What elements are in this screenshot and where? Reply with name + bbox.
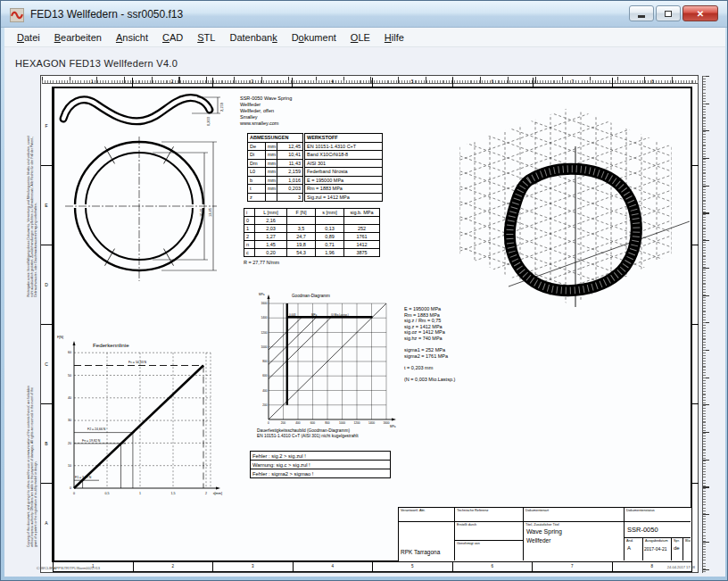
svg-text:30: 30 xyxy=(68,419,71,422)
kennlinie-title: Federkennlinie xyxy=(93,342,129,348)
copyright-note-german: Weitergabe sowie Vervielfältigung dieses… xyxy=(28,131,38,297)
minimize-button[interactable] xyxy=(629,5,654,21)
titlebar[interactable]: FED13 Wellfedern - ssr0050.f13 ✕ xyxy=(1,1,728,28)
svg-text:40: 40 xyxy=(68,396,71,400)
goodman-x-unit: MPa xyxy=(390,425,396,428)
menu-datei[interactable]: Datei xyxy=(10,30,47,45)
svg-text:400: 400 xyxy=(295,421,301,425)
svg-text:1000: 1000 xyxy=(339,421,345,425)
sheet-zones-top: 12345678 xyxy=(53,78,692,87)
error-row: Fehler : sigma2 > sigmao ! xyxy=(250,469,391,478)
app-banner: HEXAGON FED13 Wellfedern V4.0 xyxy=(15,58,178,69)
template-file-path: C:\WCLIB\APPS\TR\TPL\Norm0022.f13 xyxy=(37,566,100,570)
svg-text:50: 50 xyxy=(68,374,71,378)
vertical-ruler xyxy=(702,76,710,573)
menu-ansicht[interactable]: Ansicht xyxy=(109,30,155,45)
restore-button[interactable] xyxy=(656,5,681,21)
svg-text:1,5: 1,5 xyxy=(171,492,176,495)
window-title: FED13 Wellfedern - ssr0050.f13 xyxy=(30,8,183,21)
svg-text:60: 60 xyxy=(68,351,71,354)
goodman-diagram: 2004006008001000120014001600 02004006008… xyxy=(258,288,405,429)
wave-spring-3d-view xyxy=(424,95,691,318)
annotation-f2: F2 = 24,66 N xyxy=(87,427,106,431)
ring-top-view: 10,41 12,45 xyxy=(63,137,233,288)
svg-text:0: 0 xyxy=(73,492,75,495)
svg-text:600: 600 xyxy=(262,374,268,378)
menu-stl[interactable]: STL xyxy=(190,30,222,45)
svg-text:1400: 1400 xyxy=(368,421,375,425)
menu-ole[interactable]: OLE xyxy=(343,30,377,45)
goodman-captions: Dauerfestigkeitsschaubild (Goodman-Diagr… xyxy=(257,428,359,440)
svg-text:1600: 1600 xyxy=(383,421,389,425)
menu-datenbank[interactable]: Datenbank xyxy=(222,30,284,45)
svg-text:20: 20 xyxy=(68,442,71,445)
app-icon xyxy=(10,8,24,22)
dim-band-thickness: 0,203 xyxy=(206,116,211,126)
spring-characteristic-chart: 0102030405060 00,511,52 F[N] s[mm] Feder… xyxy=(50,329,224,503)
message-box: Fehler : sig.2 > sig.zul ! Warnung: sig.… xyxy=(250,452,391,478)
menubar: Datei Bearbeiten Ansicht CAD STL Datenba… xyxy=(4,28,725,47)
svg-text:800: 800 xyxy=(325,421,330,425)
dim-ring-inner: 10,41 xyxy=(199,207,203,217)
close-button[interactable]: ✕ xyxy=(682,5,718,21)
minimize-icon xyxy=(638,15,645,18)
doc-subtitle: Wellfeder xyxy=(524,535,624,544)
doc-title: Wave Spring xyxy=(524,527,624,535)
load-table: iL [mm]F [N]s [mm]sig.b. MPa 02,16 12,03… xyxy=(244,208,380,257)
doc-number: SSR-0050 xyxy=(625,526,658,534)
menu-dokument[interactable]: Dokument xyxy=(285,30,343,45)
spring-rate: R = 27,77 N/mm xyxy=(244,260,279,265)
svg-text:(0 Mio.Lastsp.): (0 Mio.Lastsp.) xyxy=(331,313,349,317)
svg-text:10: 10 xyxy=(68,464,71,468)
svg-text:1600: 1600 xyxy=(261,302,267,305)
goodman-title: Goodman-Diagramm xyxy=(292,294,330,298)
svg-text:1200: 1200 xyxy=(353,421,360,425)
annotation-fc: Fc = 54,33 N xyxy=(128,361,147,364)
svg-text:1400: 1400 xyxy=(261,316,267,320)
svg-text:1000: 1000 xyxy=(261,345,267,349)
close-icon: ✕ xyxy=(697,9,704,19)
annotation-f1: F1 = 3,47 N xyxy=(75,476,92,479)
kennlinie-xlabel: s[mm] xyxy=(213,492,222,495)
svg-text:2: 2 xyxy=(205,492,207,495)
svg-text:200: 200 xyxy=(262,403,268,407)
company-name: RPK Tarragona xyxy=(399,549,440,560)
menu-bearbeiten[interactable]: Bearbeiten xyxy=(47,30,109,45)
menu-cad[interactable]: CAD xyxy=(155,30,190,45)
dim-band-height: 2,159 xyxy=(219,102,224,112)
kennlinie-ylabel: F[N] xyxy=(57,336,63,339)
svg-text:1200: 1200 xyxy=(261,331,267,335)
svg-text:0: 0 xyxy=(268,421,269,425)
svg-text:1: 1 xyxy=(139,492,141,495)
dimensions-table: ABMESSUNGEN Demm12,45 Dimm10,41 Dmmm11,4… xyxy=(247,133,303,202)
wave-icon xyxy=(11,10,23,21)
svg-text:0,003: 0,003 xyxy=(289,313,296,317)
svg-text:0: 0 xyxy=(70,486,71,490)
wave-band-side-view: 2,159 0,203 xyxy=(54,90,233,140)
material-table: WERKSTOFF EN 10151-1.4310 C+T Band X10Cr… xyxy=(304,133,383,202)
svg-text:200: 200 xyxy=(281,421,286,425)
svg-text:800: 800 xyxy=(262,360,268,363)
drawing-canvas: HEXAGON FED13 Wellfedern V4.0 12345678 1… xyxy=(4,47,725,577)
sheet-zones-bottom: 12345678 xyxy=(53,562,692,572)
copyright-note-english: Copying of this document, and giving it … xyxy=(28,381,38,547)
svg-text:400: 400 xyxy=(262,389,268,393)
restore-icon xyxy=(665,11,672,17)
annotation-fn: Fn = 19,82 N xyxy=(82,439,101,443)
titleblock: Verantwortl. Abt. Technische Referenz Do… xyxy=(398,507,692,562)
part-info-block: SSR-0050 Wave SpringWellfederWellfeder, … xyxy=(240,95,292,127)
window-controls: ✕ xyxy=(629,5,718,21)
svg-text:600: 600 xyxy=(310,421,316,425)
sheet-zones-right xyxy=(692,87,699,562)
menu-hilfe[interactable]: Hilfe xyxy=(377,30,411,45)
svg-text:MPa: MPa xyxy=(311,313,318,317)
svg-text:0,5: 0,5 xyxy=(105,492,110,495)
dim-ring-outer: 12,45 xyxy=(208,207,212,217)
goodman-y-unit: MPa xyxy=(259,293,265,296)
print-timestamp: 24.04.2017 17:38 xyxy=(620,565,695,569)
app-window: FED13 Wellfedern - ssr0050.f13 ✕ Datei B… xyxy=(0,0,728,581)
